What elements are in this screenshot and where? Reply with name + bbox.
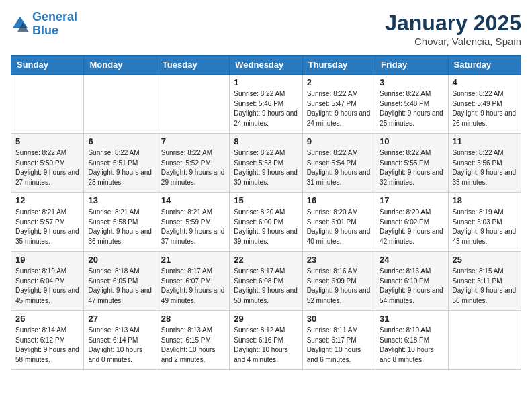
day-number: 15 [234, 195, 298, 205]
weekday-header: Saturday [448, 56, 521, 75]
day-info: Sunrise: 8:14 AM Sunset: 6:12 PM Dayligh… [15, 326, 79, 365]
day-number: 10 [380, 136, 443, 146]
weekday-header: Monday [84, 56, 157, 75]
day-info: Sunrise: 8:20 AM Sunset: 6:01 PM Dayligh… [307, 208, 371, 246]
day-info: Sunrise: 8:22 AM Sunset: 5:51 PM Dayligh… [88, 148, 152, 187]
calendar-cell: 9Sunrise: 8:22 AM Sunset: 5:54 PM Daylig… [302, 134, 375, 193]
day-info: Sunrise: 8:10 AM Sunset: 6:18 PM Dayligh… [380, 326, 443, 365]
day-number: 8 [234, 136, 298, 146]
day-number: 29 [234, 314, 298, 324]
day-info: Sunrise: 8:22 AM Sunset: 5:47 PM Dayligh… [307, 89, 371, 128]
day-info: Sunrise: 8:17 AM Sunset: 6:08 PM Dayligh… [234, 267, 298, 306]
day-info: Sunrise: 8:11 AM Sunset: 6:17 PM Dayligh… [307, 326, 371, 365]
day-number: 11 [453, 136, 517, 146]
day-info: Sunrise: 8:15 AM Sunset: 6:11 PM Dayligh… [453, 267, 517, 306]
day-info: Sunrise: 8:22 AM Sunset: 5:50 PM Dayligh… [15, 148, 79, 187]
logo: General Blue [11, 11, 77, 38]
day-number: 16 [307, 195, 371, 205]
calendar-week-row: 5Sunrise: 8:22 AM Sunset: 5:50 PM Daylig… [11, 134, 521, 193]
calendar-cell: 4Sunrise: 8:22 AM Sunset: 5:49 PM Daylig… [448, 75, 521, 134]
logo-icon [11, 15, 30, 34]
calendar-cell: 25Sunrise: 8:15 AM Sunset: 6:11 PM Dayli… [448, 252, 521, 311]
weekday-header: Tuesday [157, 56, 229, 75]
calendar-cell: 17Sunrise: 8:20 AM Sunset: 6:02 PM Dayli… [375, 193, 448, 252]
calendar-cell: 16Sunrise: 8:20 AM Sunset: 6:01 PM Dayli… [302, 193, 375, 252]
day-info: Sunrise: 8:22 AM Sunset: 5:54 PM Dayligh… [307, 148, 371, 187]
calendar-cell: 7Sunrise: 8:22 AM Sunset: 5:52 PM Daylig… [157, 134, 229, 193]
calendar-cell: 13Sunrise: 8:21 AM Sunset: 5:58 PM Dayli… [84, 193, 157, 252]
day-info: Sunrise: 8:13 AM Sunset: 6:15 PM Dayligh… [161, 326, 225, 365]
calendar-table: SundayMondayTuesdayWednesdayThursdayFrid… [11, 55, 521, 370]
day-number: 19 [15, 255, 79, 265]
calendar-cell: 21Sunrise: 8:17 AM Sunset: 6:07 PM Dayli… [157, 252, 229, 311]
day-info: Sunrise: 8:22 AM Sunset: 5:48 PM Dayligh… [380, 89, 443, 128]
day-info: Sunrise: 8:20 AM Sunset: 6:02 PM Dayligh… [380, 208, 443, 246]
calendar-cell: 11Sunrise: 8:22 AM Sunset: 5:56 PM Dayli… [448, 134, 521, 193]
calendar-cell [448, 311, 521, 370]
day-info: Sunrise: 8:17 AM Sunset: 6:07 PM Dayligh… [161, 267, 225, 306]
day-info: Sunrise: 8:16 AM Sunset: 6:10 PM Dayligh… [380, 267, 443, 306]
day-number: 31 [380, 314, 443, 324]
day-number: 13 [88, 195, 152, 205]
weekday-header: Thursday [302, 56, 375, 75]
calendar-cell: 5Sunrise: 8:22 AM Sunset: 5:50 PM Daylig… [11, 134, 84, 193]
calendar-cell: 27Sunrise: 8:13 AM Sunset: 6:14 PM Dayli… [84, 311, 157, 370]
day-info: Sunrise: 8:21 AM Sunset: 5:58 PM Dayligh… [88, 208, 152, 246]
day-number: 23 [307, 255, 371, 265]
day-info: Sunrise: 8:21 AM Sunset: 5:59 PM Dayligh… [161, 208, 225, 246]
calendar-cell [11, 75, 84, 134]
calendar-cell: 1Sunrise: 8:22 AM Sunset: 5:46 PM Daylig… [230, 75, 302, 134]
calendar-cell: 10Sunrise: 8:22 AM Sunset: 5:55 PM Dayli… [375, 134, 448, 193]
calendar-cell: 28Sunrise: 8:13 AM Sunset: 6:15 PM Dayli… [157, 311, 229, 370]
day-number: 27 [88, 314, 152, 324]
day-number: 17 [380, 195, 443, 205]
page-header: General Blue January 2025 Chovar, Valenc… [11, 11, 521, 47]
calendar-cell: 23Sunrise: 8:16 AM Sunset: 6:09 PM Dayli… [302, 252, 375, 311]
day-info: Sunrise: 8:20 AM Sunset: 6:00 PM Dayligh… [234, 208, 298, 246]
weekday-header: Sunday [11, 56, 84, 75]
title-block: January 2025 Chovar, Valencia, Spain [385, 11, 521, 47]
day-number: 1 [234, 77, 298, 87]
location-subtitle: Chovar, Valencia, Spain [385, 36, 521, 47]
svg-marker-0 [13, 17, 28, 28]
calendar-cell [84, 75, 157, 134]
calendar-cell: 26Sunrise: 8:14 AM Sunset: 6:12 PM Dayli… [11, 311, 84, 370]
calendar-cell: 29Sunrise: 8:12 AM Sunset: 6:16 PM Dayli… [230, 311, 302, 370]
calendar-cell: 2Sunrise: 8:22 AM Sunset: 5:47 PM Daylig… [302, 75, 375, 134]
day-info: Sunrise: 8:12 AM Sunset: 6:16 PM Dayligh… [234, 326, 298, 365]
calendar-cell: 22Sunrise: 8:17 AM Sunset: 6:08 PM Dayli… [230, 252, 302, 311]
calendar-cell: 14Sunrise: 8:21 AM Sunset: 5:59 PM Dayli… [157, 193, 229, 252]
calendar-cell: 30Sunrise: 8:11 AM Sunset: 6:17 PM Dayli… [302, 311, 375, 370]
calendar-cell: 6Sunrise: 8:22 AM Sunset: 5:51 PM Daylig… [84, 134, 157, 193]
calendar-cell: 3Sunrise: 8:22 AM Sunset: 5:48 PM Daylig… [375, 75, 448, 134]
day-info: Sunrise: 8:21 AM Sunset: 5:57 PM Dayligh… [15, 208, 79, 246]
calendar-cell: 31Sunrise: 8:10 AM Sunset: 6:18 PM Dayli… [375, 311, 448, 370]
day-number: 3 [380, 77, 443, 87]
day-number: 12 [15, 195, 79, 205]
day-info: Sunrise: 8:22 AM Sunset: 5:56 PM Dayligh… [453, 148, 517, 187]
calendar-cell: 12Sunrise: 8:21 AM Sunset: 5:57 PM Dayli… [11, 193, 84, 252]
calendar-cell: 20Sunrise: 8:18 AM Sunset: 6:05 PM Dayli… [84, 252, 157, 311]
weekday-header: Friday [375, 56, 448, 75]
day-number: 14 [161, 195, 225, 205]
calendar-cell: 8Sunrise: 8:22 AM Sunset: 5:53 PM Daylig… [230, 134, 302, 193]
day-number: 6 [88, 136, 152, 146]
day-info: Sunrise: 8:19 AM Sunset: 6:04 PM Dayligh… [15, 267, 79, 306]
day-info: Sunrise: 8:16 AM Sunset: 6:09 PM Dayligh… [307, 267, 371, 306]
calendar-week-row: 12Sunrise: 8:21 AM Sunset: 5:57 PM Dayli… [11, 193, 521, 252]
day-number: 9 [307, 136, 371, 146]
day-info: Sunrise: 8:13 AM Sunset: 6:14 PM Dayligh… [88, 326, 152, 365]
day-info: Sunrise: 8:19 AM Sunset: 6:03 PM Dayligh… [453, 208, 517, 246]
day-number: 5 [15, 136, 79, 146]
day-info: Sunrise: 8:22 AM Sunset: 5:55 PM Dayligh… [380, 148, 443, 187]
day-info: Sunrise: 8:22 AM Sunset: 5:53 PM Dayligh… [234, 148, 298, 187]
day-number: 18 [453, 195, 517, 205]
day-number: 30 [307, 314, 371, 324]
weekday-header: Wednesday [230, 56, 302, 75]
calendar-cell [157, 75, 229, 134]
day-number: 4 [453, 77, 517, 87]
day-number: 24 [380, 255, 443, 265]
day-number: 22 [234, 255, 298, 265]
calendar-week-row: 19Sunrise: 8:19 AM Sunset: 6:04 PM Dayli… [11, 252, 521, 311]
day-number: 21 [161, 255, 225, 265]
